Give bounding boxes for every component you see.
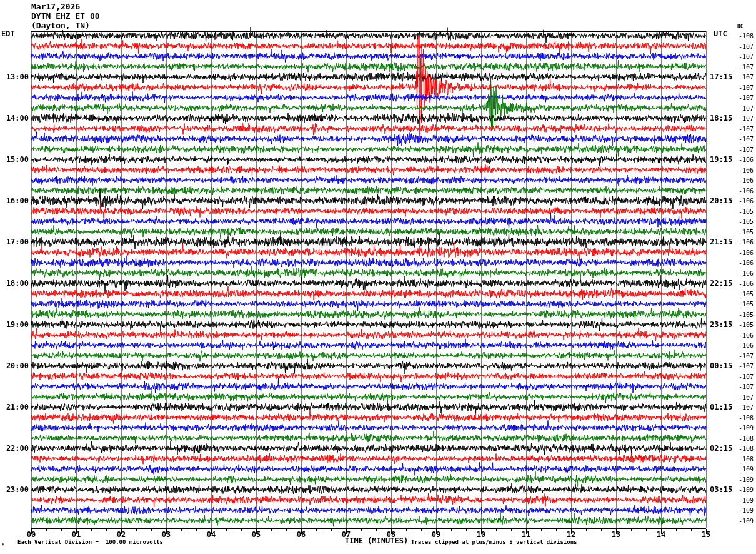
station-location-label: (Dayton, TN)	[31, 21, 100, 30]
helicorder-page: Mar17,2026 DYTN EHZ ET 00 (Dayton, TN) E…	[0, 0, 756, 554]
corner-mark: M	[2, 543, 4, 548]
dc-column-header: DC	[737, 24, 744, 29]
clip-note: Traces clipped at plus/minus 5 vertical …	[411, 539, 577, 545]
station-code-label: DYTN EHZ ET 00	[31, 11, 100, 21]
utc-axis-header: UTC	[714, 29, 727, 38]
seismogram-canvas	[0, 0, 756, 554]
date-label: Mar17,2026	[31, 2, 100, 11]
edt-axis-header: EDT	[1, 29, 15, 38]
station-title-block: Mar17,2026 DYTN EHZ ET 00 (Dayton, TN)	[31, 2, 100, 30]
vertical-scale-note: Each Vertical Division = 100.00 microvol…	[17, 539, 163, 545]
x-axis-title: TIME (MINUTES)	[345, 536, 408, 545]
